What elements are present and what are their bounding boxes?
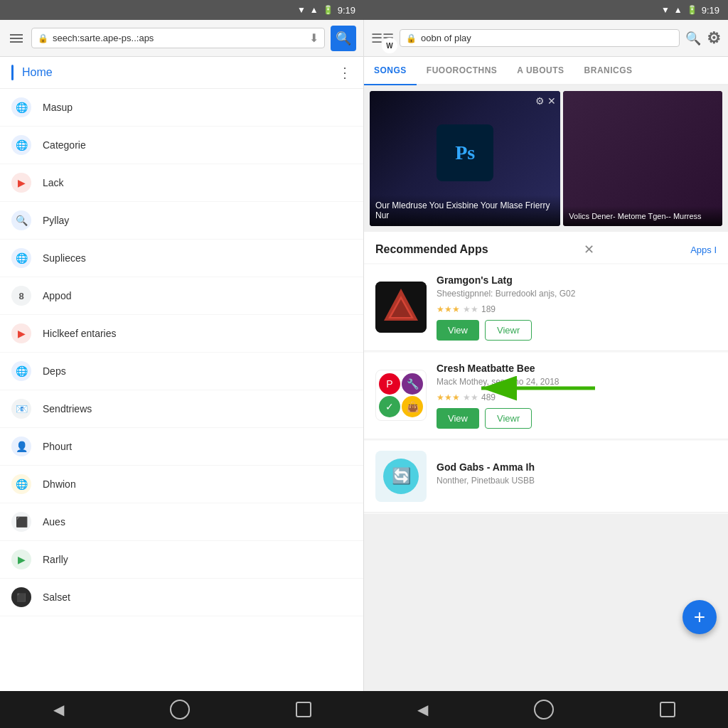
nav-item-label: Dhwion (43, 478, 76, 490)
section-title: Recommended Apps (375, 243, 488, 256)
bottom-nav: ◀ ◀ (0, 691, 728, 728)
home-label[interactable]: Home (22, 66, 338, 79)
nav-item-hiclkeef[interactable]: ▶ Hiclkeef entaries (0, 315, 363, 353)
app-name-3: God Gabs - Amma Ih (437, 461, 717, 473)
nav-item-label: Sendtriews (43, 403, 92, 414)
app-desc-1: Sheestigpnnel: Burredookl anjs, G02 (437, 288, 717, 300)
icon-cell-2: 🔧 (402, 373, 423, 395)
nav-item-label: Lack (43, 177, 64, 188)
nav-item-phourt[interactable]: 👤 Phourt (0, 428, 363, 466)
nav-item-icon: 👤 (11, 437, 31, 456)
hamburger-line (10, 38, 23, 39)
recent-button-left[interactable] (282, 696, 326, 723)
view-button-2[interactable]: View (437, 408, 479, 429)
nav-item-label: Salset (43, 592, 70, 603)
right-search-icon[interactable]: 🔍 (685, 31, 701, 46)
app-card-3: 🔄 God Gabs - Amma Ih Nonther, Pinetbauk … (364, 441, 728, 513)
right-lock-icon: 🔒 (406, 33, 417, 43)
app-rating-2: ★★★★★ 489 (437, 392, 717, 402)
close-icon[interactable]: ✕ (547, 95, 556, 107)
hamburger-button[interactable] (7, 31, 26, 46)
app-rating-1: ★★★★★ 189 (437, 304, 717, 314)
signal-icon: ▲ (310, 5, 318, 15)
nav-item-icon: ▶ (11, 550, 31, 569)
signal-icon-right: ▲ (674, 5, 682, 15)
app-name-1: Gramgon's Latg (437, 274, 717, 286)
view-button-1[interactable]: View (437, 320, 479, 341)
home-indicator (11, 65, 14, 80)
nav-item-rarlly[interactable]: ▶ Rarlly (0, 541, 363, 579)
banner-main: Ps ⚙ ✕ Our Mledruse You Exisbine Your Ml… (370, 91, 560, 226)
nav-item-categorie[interactable]: 🌐 Categorie (0, 127, 363, 164)
nav-item-icon: ⬛ (11, 512, 31, 532)
nav-item-icon: 🔍 (11, 210, 31, 230)
stars-1: ★★★ (437, 304, 460, 314)
nav-item-aues[interactable]: ⬛ Aues (0, 503, 363, 541)
search-button[interactable]: 🔍 (331, 26, 356, 51)
lock-icon: 🔒 (38, 33, 48, 43)
nav-item-deps[interactable]: 🌐 Deps (0, 353, 363, 390)
stars-2: ★★★ (437, 392, 460, 402)
url-text[interactable]: seech:sarte.ape-ps..:aps (53, 33, 305, 43)
tab-fuoorocthns[interactable]: FUOOROCTHNS (417, 57, 508, 84)
tab-aubouts[interactable]: A UBOUTS (507, 57, 574, 84)
tab-songs[interactable]: SONGS (364, 57, 417, 85)
nav-item-pyllay[interactable]: 🔍 Pyllay (0, 202, 363, 240)
section-header: Recommended Apps ✕ Apps I (364, 232, 728, 263)
right-url-text[interactable]: oobn of play (421, 33, 673, 43)
nav-item-label: Hiclkeef entaries (43, 328, 117, 339)
status-bar-right: ▼ ▲ 🔋 9:19 (364, 0, 728, 20)
nav-item-label: Appod (43, 290, 71, 301)
nav-item-label: Aues (43, 516, 65, 528)
banner-settings-icons: ⚙ ✕ (535, 95, 556, 107)
icon-cell-3: ✓ (379, 396, 400, 417)
settings-icon[interactable]: ⚙ (535, 95, 545, 107)
app3-inner: 🔄 (383, 459, 419, 494)
more-options-button[interactable]: ⋮ (338, 64, 352, 81)
fab-button[interactable]: + (682, 600, 717, 634)
recent-button-right[interactable] (646, 696, 690, 723)
bottom-nav-right: ◀ (364, 691, 728, 728)
status-bar-left: ▼ ▲ 🔋 9:19 (0, 0, 364, 20)
icon-cell-1: P (379, 373, 400, 395)
nav-item-suplieces[interactable]: 🌐 Suplieces (0, 240, 363, 277)
nav-item-dhwion[interactable]: 🌐 Dhwion (0, 466, 363, 503)
banner-main-text: Our Mledruse You Exisbine Your Mlase Fri… (370, 195, 560, 226)
status-bar: ▼ ▲ 🔋 9:19 ▼ ▲ 🔋 9:19 (0, 0, 728, 20)
nav-item-icon: 🌐 (11, 361, 31, 381)
nav-item-icon: ⬛ (11, 587, 31, 607)
right-more-icon[interactable]: ⚙ (707, 29, 721, 48)
icon-cell-4: 👜 (402, 396, 423, 417)
section-link[interactable]: Apps I (690, 245, 717, 255)
viewr-button-1[interactable]: Viewr (485, 320, 532, 341)
nav-item-label: Deps (43, 365, 66, 377)
triangle-svg (375, 282, 427, 333)
app-actions-1: View Viewr (437, 320, 717, 341)
section-close-button[interactable]: ✕ (584, 242, 594, 257)
nav-item-sendtriews[interactable]: 📧 Sendtriews (0, 390, 363, 428)
nav-item-masup[interactable]: 🌐 Masup (0, 89, 363, 127)
status-time-right: 9:19 (702, 5, 719, 16)
nav-item-icon: 🌐 (11, 97, 31, 117)
home-button-left[interactable] (156, 694, 204, 725)
nav-item-label: Masup (43, 102, 73, 113)
tab-branicgs[interactable]: BRANICGS (574, 57, 643, 84)
home-button-right[interactable] (520, 694, 568, 725)
nav-list: 🌐 Masup 🌐 Categorie ▶ Lack 🔍 Pyllay 🌐 Su… (0, 89, 363, 691)
app-desc-3: Nonther, Pinetbauk USBB (437, 475, 717, 487)
home-circle-left (170, 700, 190, 719)
back-button-right[interactable]: ◀ (403, 695, 442, 724)
app-actions-2: View Viewr (437, 408, 717, 429)
battery-icon-right: 🔋 (687, 5, 697, 15)
nav-item-appod[interactable]: 8 Appod (0, 277, 363, 315)
nav-item-lack[interactable]: ▶ Lack (0, 164, 363, 202)
download-icon[interactable]: ⬇ (309, 31, 318, 45)
viewr-button-2[interactable]: Viewr (485, 408, 532, 429)
app-icon-gramgon (375, 282, 427, 333)
nav-item-icon: 📧 (11, 399, 31, 419)
app-card-1: Gramgon's Latg Sheestigpnnel: Burredookl… (364, 264, 728, 351)
nav-item-icon: 🌐 (11, 248, 31, 268)
nav-item-salset[interactable]: ⬛ Salset (0, 579, 363, 616)
back-button-left[interactable]: ◀ (39, 695, 78, 724)
rating-count-1: 189 (481, 304, 496, 314)
